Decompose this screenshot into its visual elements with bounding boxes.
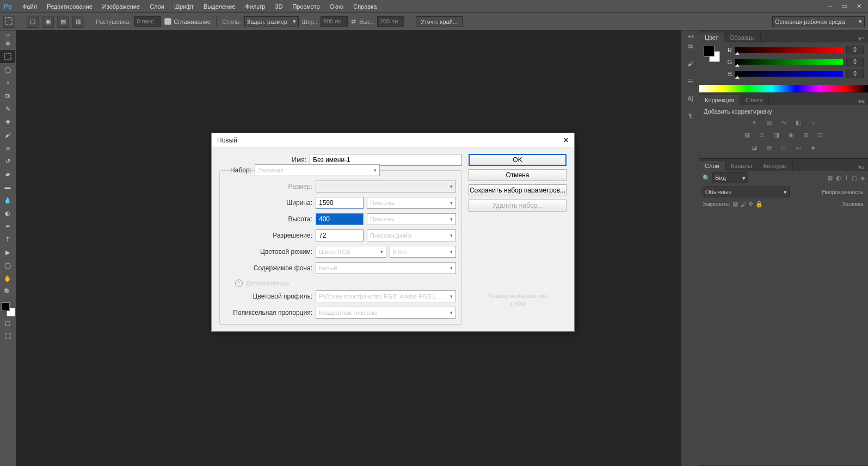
paragraph-panel-icon[interactable]: ¶	[682, 109, 699, 123]
lock-position-icon[interactable]: ✥	[748, 201, 753, 208]
levels-icon[interactable]: ▥	[764, 117, 774, 127]
width-input[interactable]	[316, 197, 364, 209]
drag-handle-icon[interactable]: ◂◂	[681, 33, 699, 37]
lock-all-icon[interactable]: 🔒	[755, 201, 763, 208]
save-preset-button[interactable]: Сохранить набор параметров...	[469, 184, 567, 196]
height-input[interactable]: 200 пи	[377, 16, 404, 27]
menu-type[interactable]: Шрифт	[169, 0, 199, 13]
tab-adjustments[interactable]: Коррекция	[699, 95, 740, 105]
history-brush-tool-icon[interactable]: ↺	[0, 154, 15, 167]
type-tool-icon[interactable]: T	[0, 233, 15, 246]
menu-image[interactable]: Изображение	[97, 0, 145, 13]
hand-tool-icon[interactable]: ✋	[0, 272, 15, 285]
advanced-toggle[interactable]: ⌃ Дополнительно	[235, 279, 456, 287]
threshold-icon[interactable]: ◫	[778, 142, 789, 152]
tab-channels[interactable]: Каналы	[725, 161, 758, 171]
color-spectrum[interactable]	[699, 85, 868, 92]
panel-menu-icon[interactable]: ▾≡	[855, 35, 868, 42]
character-panel-icon[interactable]: A|	[682, 91, 699, 105]
menu-view[interactable]: Просмотр	[287, 0, 324, 13]
menu-layer[interactable]: Слои	[145, 0, 169, 13]
workspace-select[interactable]: Основная рабочая среда▾	[772, 16, 865, 27]
tab-color[interactable]: Цвет	[699, 33, 724, 42]
zoom-tool-icon[interactable]: 🔍	[0, 285, 15, 298]
blend-mode-select[interactable]: Обычные▾	[703, 187, 790, 197]
resolution-unit-select[interactable]: Пикселы/дюйм▾	[367, 229, 456, 241]
close-icon[interactable]: ✕	[852, 2, 866, 11]
filter-smart-icon[interactable]: ◈	[860, 175, 865, 182]
width-input[interactable]: 900 пи	[321, 16, 348, 27]
maximize-icon[interactable]: ▭	[838, 2, 852, 11]
add-selection-icon[interactable]: ▣	[42, 16, 54, 28]
eyedropper-tool-icon[interactable]: ✎	[0, 102, 15, 115]
cancel-button[interactable]: Отмена	[469, 169, 567, 181]
drag-handle-icon[interactable]: ▸▸	[0, 33, 16, 37]
lock-pixels-icon[interactable]: 🖌	[740, 201, 746, 208]
color-mode-select[interactable]: Цвета RGB▾	[316, 246, 386, 258]
menu-filter[interactable]: Фильтр	[240, 0, 270, 13]
panel-menu-icon[interactable]: ▾≡	[855, 164, 868, 171]
filter-kind-select[interactable]: Вид▾	[712, 172, 748, 183]
adjustments-panel-icon[interactable]: ☰	[682, 74, 699, 88]
vibrance-icon[interactable]: ▽	[808, 117, 818, 127]
gradient-map-icon[interactable]: ▭	[793, 142, 804, 152]
curves-icon[interactable]: ∿	[778, 117, 789, 127]
brushes-panel-icon[interactable]: 🖌	[682, 57, 699, 71]
height-input[interactable]	[316, 213, 364, 225]
color-lookup-icon[interactable]: ⊡	[815, 130, 826, 140]
path-select-tool-icon[interactable]: ▶	[0, 246, 15, 259]
b-value[interactable]: 0	[846, 70, 864, 78]
selective-color-icon[interactable]: ◈	[808, 142, 818, 152]
marquee-tool-icon[interactable]	[0, 50, 15, 63]
balance-icon[interactable]: ⚖	[756, 130, 767, 140]
tab-layers[interactable]: Слои	[699, 161, 725, 171]
heal-tool-icon[interactable]: ✚	[0, 115, 15, 128]
exposure-icon[interactable]: ◧	[793, 117, 804, 127]
crop-tool-icon[interactable]: ⧉	[0, 89, 15, 102]
menu-help[interactable]: Справка	[348, 0, 381, 13]
shape-tool-icon[interactable]: ◯	[0, 259, 15, 272]
tab-paths[interactable]: Контуры	[758, 161, 793, 171]
width-unit-select[interactable]: Пикселы▾	[367, 197, 456, 209]
dialog-close-icon[interactable]: ✕	[563, 136, 569, 144]
stamp-tool-icon[interactable]: ⧈	[0, 141, 15, 154]
filter-pixel-icon[interactable]: ▦	[827, 175, 833, 182]
pen-tool-icon[interactable]: ✒	[0, 220, 15, 233]
panel-menu-icon[interactable]: ▾≡	[855, 98, 868, 105]
menu-edit[interactable]: Редактирование	[42, 0, 97, 13]
ok-button[interactable]: OK	[469, 154, 567, 166]
tab-swatches[interactable]: Образцы	[724, 33, 761, 42]
hue-icon[interactable]: ▦	[742, 130, 753, 140]
menu-window[interactable]: Окно	[325, 0, 349, 13]
move-tool-icon[interactable]: ✥	[0, 37, 15, 50]
r-slider[interactable]	[735, 47, 843, 53]
filter-shape-icon[interactable]: ▢	[852, 175, 857, 182]
menu-file[interactable]: Файл	[17, 0, 42, 13]
intersect-selection-icon[interactable]: ▥	[72, 16, 84, 28]
subtract-selection-icon[interactable]: ▤	[57, 16, 69, 28]
color-profile-select[interactable]: Рабочее пространство RGB: Adobe RGB (...…	[316, 290, 456, 302]
invert-icon[interactable]: ◪	[749, 142, 760, 152]
tool-preset-icon[interactable]	[3, 16, 15, 28]
blur-tool-icon[interactable]: 💧	[0, 194, 15, 207]
background-select[interactable]: Белый▾	[316, 262, 456, 274]
filter-adj-icon[interactable]: ◐	[836, 175, 841, 182]
posterize-icon[interactable]: ▤	[764, 142, 774, 152]
screenmode-icon[interactable]: ⛶	[0, 330, 15, 343]
feather-input[interactable]: 0 пикс.	[134, 16, 161, 27]
color-swatches[interactable]	[1, 302, 15, 316]
mini-swatches[interactable]	[704, 46, 720, 62]
photo-filter-icon[interactable]: ◉	[786, 130, 797, 140]
refine-edge-button[interactable]: Уточн. край...	[416, 16, 463, 27]
lasso-tool-icon[interactable]: ◯	[0, 63, 15, 76]
quickmask-icon[interactable]: ▢	[0, 316, 15, 330]
swap-wh-icon[interactable]: ⇄	[351, 18, 356, 25]
r-value[interactable]: 0	[846, 46, 864, 54]
resolution-input[interactable]	[316, 229, 364, 241]
preset-select[interactable]: Заказная▾	[255, 164, 380, 176]
blackwhite-icon[interactable]: ◨	[771, 130, 782, 140]
wand-tool-icon[interactable]: ✧	[0, 76, 15, 89]
pixel-aspect-select[interactable]: Квадратные пикселы▾	[316, 307, 456, 319]
brush-tool-icon[interactable]: 🖌	[0, 128, 15, 141]
height-unit-select[interactable]: Пикселы▾	[367, 213, 456, 225]
